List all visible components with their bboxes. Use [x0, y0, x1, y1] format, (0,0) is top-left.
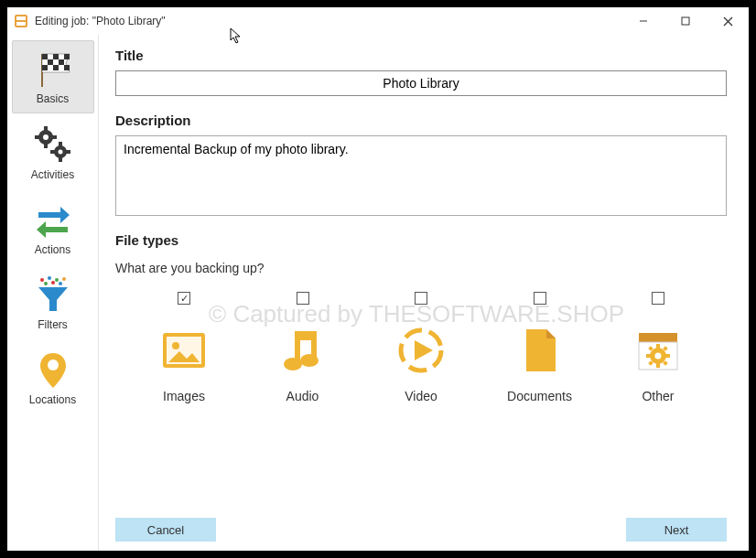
filters-funnel-icon: [12, 273, 94, 317]
titlebar: Editing job: "Photo Library": [7, 7, 749, 35]
svg-rect-12: [64, 65, 70, 70]
svg-rect-49: [665, 354, 670, 358]
filetypes-row: Images Audio: [115, 292, 727, 403]
svg-rect-5: [42, 54, 48, 59]
svg-rect-8: [48, 59, 53, 65]
svg-rect-46: [656, 344, 660, 349]
svg-rect-23: [50, 150, 55, 154]
filetype-documents[interactable]: Documents: [490, 292, 590, 403]
sidebar-label: Actions: [12, 243, 94, 256]
svg-point-14: [43, 134, 49, 140]
svg-rect-15: [44, 126, 48, 131]
svg-point-27: [55, 278, 59, 282]
basics-flag-icon: [13, 47, 93, 91]
sidebar-label: Basics: [13, 92, 93, 105]
svg-point-39: [284, 358, 302, 370]
sidebar-item-filters[interactable]: Filters: [12, 267, 94, 338]
app-icon: [15, 15, 27, 27]
description-label: Description: [115, 113, 727, 128]
next-button[interactable]: Next: [626, 518, 727, 542]
svg-point-20: [58, 150, 62, 155]
locations-pin-icon: [12, 348, 94, 392]
sidebar-item-activities[interactable]: Activities: [12, 117, 94, 188]
svg-rect-10: [42, 65, 48, 70]
sidebar: Basics Activities: [7, 35, 99, 551]
svg-rect-48: [646, 354, 651, 358]
svg-rect-17: [35, 135, 39, 139]
svg-rect-22: [59, 157, 62, 162]
svg-rect-9: [59, 59, 64, 65]
filetypes-label: File types: [115, 232, 727, 248]
window-title: Editing job: "Photo Library": [35, 15, 166, 27]
title-label: Title: [115, 48, 727, 63]
svg-rect-1: [682, 17, 689, 25]
svg-point-25: [40, 278, 44, 282]
bottom-bar: Cancel Next: [115, 518, 727, 542]
filetype-label: Audio: [253, 389, 353, 403]
filetypes-question: What are you backing up?: [115, 261, 727, 275]
svg-point-26: [48, 276, 51, 280]
window-controls: [622, 7, 749, 35]
minimize-button[interactable]: [622, 7, 664, 35]
checkbox-video[interactable]: [415, 292, 427, 305]
checkbox-documents[interactable]: [534, 292, 546, 305]
close-button[interactable]: [707, 7, 749, 35]
svg-point-29: [44, 282, 48, 285]
svg-point-45: [655, 353, 662, 359]
svg-point-28: [62, 277, 66, 281]
cancel-button[interactable]: Cancel: [115, 518, 216, 542]
svg-point-35: [172, 342, 179, 349]
sidebar-label: Locations: [12, 393, 94, 406]
svg-point-30: [51, 281, 55, 284]
filetype-images[interactable]: Images: [134, 292, 234, 403]
other-icon: [608, 323, 708, 378]
filetype-video[interactable]: Video: [371, 292, 471, 403]
close-icon: [723, 16, 733, 27]
svg-point-40: [300, 354, 319, 367]
checkbox-audio[interactable]: [297, 292, 309, 305]
filetype-label: Documents: [490, 389, 590, 403]
svg-rect-11: [53, 65, 59, 70]
audio-icon: [253, 323, 353, 378]
filetype-audio[interactable]: Audio: [253, 292, 353, 403]
svg-rect-47: [656, 363, 660, 368]
filetype-label: Video: [371, 389, 471, 403]
sidebar-label: Filters: [12, 318, 94, 331]
filetype-label: Images: [134, 389, 234, 403]
maximize-button[interactable]: [664, 7, 707, 35]
svg-rect-21: [59, 142, 62, 146]
actions-arrows-icon: [12, 198, 94, 241]
video-icon: [371, 323, 471, 378]
documents-icon: [490, 323, 590, 378]
sidebar-item-locations[interactable]: Locations: [12, 342, 94, 413]
sidebar-label: Activities: [12, 168, 94, 181]
description-textarea[interactable]: [115, 135, 727, 216]
images-icon: [134, 323, 234, 378]
checkbox-images[interactable]: [178, 292, 190, 305]
checkbox-other[interactable]: [652, 292, 664, 305]
svg-rect-24: [66, 150, 70, 154]
activities-gears-icon: [12, 123, 94, 166]
filetype-other[interactable]: Other: [608, 292, 708, 403]
maximize-icon: [681, 16, 690, 26]
sidebar-item-basics[interactable]: Basics: [12, 40, 94, 113]
svg-point-31: [59, 282, 62, 285]
title-input[interactable]: [115, 70, 727, 96]
svg-rect-16: [44, 144, 48, 148]
sidebar-item-actions[interactable]: Actions: [12, 192, 94, 263]
svg-rect-7: [64, 54, 70, 59]
svg-rect-18: [52, 135, 57, 139]
svg-rect-42: [639, 333, 677, 342]
filetype-label: Other: [608, 389, 708, 403]
svg-rect-6: [53, 54, 59, 59]
svg-point-32: [48, 359, 59, 370]
minimize-icon: [639, 16, 648, 26]
svg-rect-37: [295, 331, 300, 362]
main-content: Title Description File types What are yo…: [99, 35, 749, 551]
